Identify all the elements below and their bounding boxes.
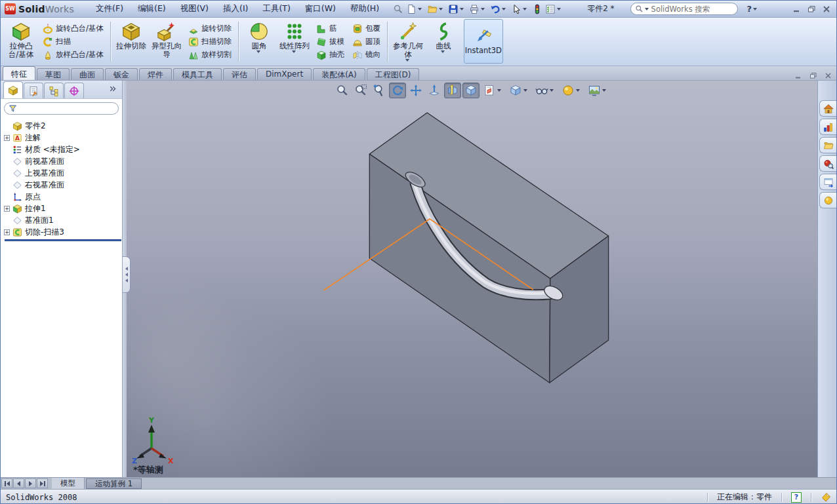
dropdown-arrow-icon[interactable]	[550, 89, 554, 92]
menu-edit[interactable]: 编辑(E)	[131, 1, 173, 16]
tab-features[interactable]: 特征	[3, 66, 35, 80]
design-library-button[interactable]	[819, 119, 837, 135]
loft-cut-button[interactable]: 放样切割	[186, 48, 234, 62]
dropdown-arrow-icon[interactable]	[523, 8, 527, 10]
menu-file[interactable]: 文件(F)	[89, 1, 131, 16]
view-palette-button[interactable]	[819, 174, 837, 190]
view-settings-button[interactable]	[533, 83, 558, 98]
loft-boss-button[interactable]: 放样凸台/基体	[40, 48, 106, 62]
menu-view[interactable]: 视图(V)	[173, 1, 216, 16]
extrude-cut-button[interactable]: 拉伸切除	[113, 20, 149, 64]
dropdown-arrow-icon[interactable]	[557, 8, 561, 10]
rotate-view-button[interactable]	[389, 83, 406, 98]
tab-weldments[interactable]: 焊件	[139, 68, 172, 80]
menu-insert[interactable]: 插入(I)	[216, 1, 255, 16]
linear-pattern-button[interactable]: 线性阵列	[277, 20, 312, 64]
reference-geometry-button[interactable]: 参考几何体	[390, 20, 426, 64]
fillet-button[interactable]: 圆角	[241, 20, 277, 64]
tab-motion-study[interactable]: 运动算例 1	[86, 478, 142, 489]
new-document-button[interactable]	[405, 3, 426, 15]
search-results-button[interactable]	[819, 155, 837, 172]
tab-drawing[interactable]: 工程图(D)	[367, 68, 420, 80]
rollback-bar[interactable]	[5, 239, 121, 241]
dropdown-arrow-icon[interactable]	[576, 89, 580, 92]
tab-mold-tools[interactable]: 模具工具	[173, 68, 222, 80]
tree-item-material[interactable]: 材质 <未指定>	[4, 144, 122, 155]
previous-view-button[interactable]	[371, 83, 388, 98]
dropdown-arrow-icon[interactable]	[460, 8, 464, 10]
tree-item-origin[interactable]: 原点	[4, 191, 122, 203]
tree-item-extrude1[interactable]: + 拉伸1	[4, 203, 122, 214]
close-button[interactable]	[823, 6, 830, 12]
search-input[interactable]	[651, 5, 722, 14]
menu-help[interactable]: 帮助(H)	[343, 1, 386, 16]
restore-button[interactable]	[808, 6, 815, 12]
revolve-cut-button[interactable]: 旋转切除	[186, 22, 234, 35]
tab-dimxpert-manager[interactable]	[64, 83, 84, 98]
shell-button[interactable]: 抽壳	[314, 48, 347, 62]
pan-button[interactable]	[407, 83, 424, 98]
next-tab-button[interactable]	[25, 478, 36, 488]
panel-collapse-handle[interactable]	[123, 256, 131, 293]
graphics-viewport[interactable]: Y Z X *等轴测	[127, 81, 817, 477]
section-view-button[interactable]	[444, 83, 461, 98]
tab-configuration-manager[interactable]	[44, 83, 64, 98]
solidworks-resources-button[interactable]	[819, 100, 837, 117]
doc-restore-button[interactable]	[810, 69, 817, 81]
tab-sheet-metal[interactable]: 钣金	[105, 68, 138, 80]
dropdown-arrow-icon[interactable]	[405, 59, 409, 62]
sweep-button[interactable]: 扫描	[40, 35, 106, 48]
tab-sketch[interactable]: 草图	[37, 68, 70, 80]
sweep-cut-button[interactable]: 扫描切除	[186, 35, 234, 48]
edit-appearance-button[interactable]	[560, 83, 584, 98]
revolve-boss-button[interactable]: 旋转凸台/基体	[40, 22, 106, 35]
tree-item-cut-sweep3[interactable]: + 切除-扫描3	[4, 226, 122, 238]
search-dropdown-icon[interactable]	[645, 8, 649, 10]
tag-icon[interactable]	[821, 492, 831, 503]
dropdown-arrow-icon[interactable]	[523, 89, 527, 92]
tab-assembly[interactable]: 装配体(A)	[313, 68, 365, 80]
curves-button[interactable]: 曲线	[426, 20, 461, 64]
3d-model-canvas[interactable]	[127, 81, 817, 477]
menu-tools[interactable]: 工具(T)	[255, 1, 297, 16]
dome-button[interactable]: 圆顶	[350, 35, 383, 48]
view-orientation-button[interactable]	[462, 83, 480, 98]
wrap-button[interactable]: 包覆	[350, 22, 383, 35]
tree-item-top-plane[interactable]: 上视基准面	[4, 167, 122, 179]
solidworks-search-box[interactable]	[630, 3, 738, 15]
quick-tips-icon[interactable]: ?	[791, 492, 802, 503]
rib-button[interactable]: 筋	[314, 22, 347, 35]
dropdown-arrow-icon[interactable]	[441, 50, 445, 53]
appearances-button[interactable]	[819, 192, 837, 208]
dropdown-arrow-icon[interactable]	[292, 50, 296, 53]
help-button[interactable]: ?	[747, 4, 760, 14]
tab-property-manager[interactable]	[24, 83, 43, 98]
rebuild-lights-button[interactable]	[531, 3, 544, 15]
tree-filter-box[interactable]	[4, 102, 119, 115]
tab-feature-manager[interactable]	[3, 81, 23, 98]
display-style-button[interactable]	[481, 83, 506, 98]
tab-dimxpert[interactable]: DimXpert	[257, 68, 312, 80]
dropdown-arrow-icon[interactable]	[602, 89, 606, 92]
dropdown-arrow-icon[interactable]	[753, 8, 757, 10]
expand-icon[interactable]: +	[4, 229, 10, 235]
select-button[interactable]	[510, 3, 531, 15]
zoom-to-area-button[interactable]	[352, 83, 369, 98]
zoom-to-fit-button[interactable]	[334, 83, 351, 98]
tab-model[interactable]: 模型	[52, 478, 85, 489]
previous-tab-button[interactable]	[13, 478, 24, 488]
dropdown-arrow-icon[interactable]	[418, 8, 422, 10]
tree-item-right-plane[interactable]: 右视基准面	[4, 179, 122, 191]
undo-button[interactable]	[489, 3, 510, 15]
first-tab-button[interactable]	[1, 478, 12, 488]
normal-to-button[interactable]	[426, 83, 443, 98]
tree-root-part[interactable]: 零件2	[4, 120, 122, 132]
file-explorer-button[interactable]	[819, 137, 837, 153]
hide-show-items-button[interactable]	[507, 83, 532, 98]
last-tab-button[interactable]	[37, 478, 48, 488]
apply-scene-button[interactable]	[586, 83, 611, 98]
hole-wizard-button[interactable]: 异型孔向导	[149, 20, 184, 64]
dropdown-arrow-icon[interactable]	[502, 8, 506, 10]
print-button[interactable]	[468, 3, 489, 15]
save-button[interactable]	[447, 3, 468, 15]
